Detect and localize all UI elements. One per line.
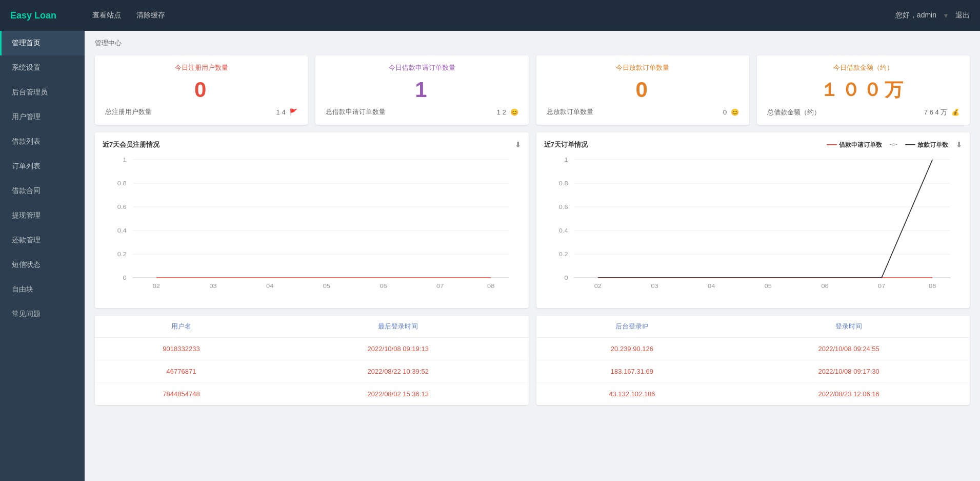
breadcrumb: 管理中心 bbox=[95, 39, 970, 48]
col-login-time: 登录时间 bbox=[728, 316, 970, 338]
sidebar-item-contracts[interactable]: 借款合同 bbox=[0, 179, 85, 203]
stats-row: 今日注册用户数量 0 总注册用户数量 1 4 🚩 今日借款申请订单数量 1 总借… bbox=[95, 55, 970, 125]
col-username: 用户名 bbox=[95, 316, 268, 338]
nav-right: 您好，admin ▾ 退出 bbox=[895, 11, 970, 20]
chart-right-download[interactable]: ⬇ bbox=[956, 141, 962, 149]
sidebar-item-loans[interactable]: 借款列表 bbox=[0, 129, 85, 154]
legend-loan-apply: 借款申请订单数 bbox=[827, 141, 882, 149]
svg-text:0.2: 0.2 bbox=[558, 251, 568, 258]
table-row: 9018332233 2022/10/08 09:19:13 bbox=[95, 338, 529, 360]
svg-text:0.8: 0.8 bbox=[558, 180, 568, 187]
card2-footer: 总借款申请订单数量 1 2 😊 bbox=[326, 107, 518, 117]
last-login-cell: 2022/08/22 10:39:52 bbox=[268, 360, 529, 383]
card2-title: 今日借款申请订单数量 bbox=[326, 63, 518, 72]
clear-cache-link[interactable]: 清除缓存 bbox=[136, 11, 165, 20]
table-row: 20.239.90.126 2022/10/08 09:24:55 bbox=[536, 338, 970, 360]
admin-info[interactable]: 您好，admin bbox=[895, 11, 936, 20]
col-last-login: 最后登录时间 bbox=[268, 316, 529, 338]
chart-orders: 近7天订单情况 借款申请订单数 -○- 放款订单数 ⬇ bbox=[536, 132, 970, 308]
table-row: 43.132.102.186 2022/08/23 12:06:16 bbox=[536, 383, 970, 406]
sidebar-item-freeblock[interactable]: 自由块 bbox=[0, 277, 85, 302]
login-time-cell: 2022/10/08 09:24:55 bbox=[728, 338, 970, 360]
username-cell: 46776871 bbox=[95, 360, 268, 383]
card4-number: １００万 bbox=[767, 78, 959, 103]
card2-footer-label: 总借款申请订单数量 bbox=[326, 107, 386, 117]
svg-text:04: 04 bbox=[708, 283, 715, 290]
main-content: 管理中心 今日注册用户数量 0 总注册用户数量 1 4 🚩 今日借款申请订单数量… bbox=[85, 31, 980, 481]
nav-links: 查看站点 清除缓存 bbox=[92, 11, 895, 20]
sidebar-item-admin[interactable]: 后台管理员 bbox=[0, 80, 85, 105]
chart-registrations: 近7天会员注册情况 ⬇ 1 0.8 0.6 0.4 0.2 bbox=[95, 132, 529, 308]
svg-text:02: 02 bbox=[153, 283, 161, 290]
svg-text:0.8: 0.8 bbox=[117, 180, 127, 187]
sidebar: 管理首页 系统设置 后台管理员 用户管理 借款列表 订单列表 借款合同 提现管理… bbox=[0, 31, 85, 481]
login-time-cell: 2022/10/08 09:17:30 bbox=[728, 360, 970, 383]
card4-title: 今日借款金额（约） bbox=[767, 63, 959, 72]
sidebar-item-faq[interactable]: 常见问题 bbox=[0, 302, 85, 326]
sidebar-item-settings[interactable]: 系统设置 bbox=[0, 55, 85, 80]
legend-loan-apply-label: 借款申请订单数 bbox=[839, 141, 882, 149]
stat-card-registered: 今日注册用户数量 0 总注册用户数量 1 4 🚩 bbox=[95, 55, 308, 125]
svg-text:08: 08 bbox=[487, 283, 495, 290]
sidebar-item-home[interactable]: 管理首页 bbox=[0, 31, 85, 55]
chart-left-download[interactable]: ⬇ bbox=[515, 141, 521, 149]
card1-number: 0 bbox=[105, 78, 297, 102]
card3-footer-value: 0 😊 bbox=[723, 108, 739, 116]
svg-text:03: 03 bbox=[209, 283, 217, 290]
table-row: 46776871 2022/08/22 10:39:52 bbox=[95, 360, 529, 383]
sidebar-item-sms[interactable]: 短信状态 bbox=[0, 253, 85, 277]
chart-left-title: 近7天会员注册情况 bbox=[103, 140, 159, 149]
col-login-ip: 后台登录IP bbox=[536, 316, 728, 338]
card3-number: 0 bbox=[547, 78, 739, 102]
svg-text:05: 05 bbox=[764, 283, 772, 290]
card3-title: 今日放款订单数量 bbox=[547, 63, 739, 72]
ip-cell: 20.239.90.126 bbox=[536, 338, 728, 360]
card4-footer: 总借款金额（约） 7 6 4 万 💰 bbox=[767, 108, 959, 117]
sidebar-item-users[interactable]: 用户管理 bbox=[0, 105, 85, 129]
table-row: 183.167.31.69 2022/10/08 09:17:30 bbox=[536, 360, 970, 383]
svg-text:0: 0 bbox=[564, 275, 568, 281]
svg-text:06: 06 bbox=[821, 283, 829, 290]
sidebar-item-orders[interactable]: 订单列表 bbox=[0, 154, 85, 179]
table-admin-login: 后台登录IP 登录时间 20.239.90.126 2022/10/08 09:… bbox=[536, 316, 970, 405]
last-login-cell: 2022/08/02 15:36:13 bbox=[268, 383, 529, 406]
svg-text:1: 1 bbox=[564, 157, 568, 163]
table-user-login: 用户名 最后登录时间 9018332233 2022/10/08 09:19:1… bbox=[95, 316, 529, 405]
svg-text:05: 05 bbox=[323, 283, 331, 290]
card1-title: 今日注册用户数量 bbox=[105, 63, 297, 72]
chart-left-svg: 1 0.8 0.6 0.4 0.2 0 02 03 04 05 06 07 08 bbox=[103, 155, 521, 298]
card3-footer-label: 总放款订单数量 bbox=[547, 107, 593, 117]
username-cell: 9018332233 bbox=[95, 338, 268, 360]
svg-text:08: 08 bbox=[929, 283, 936, 290]
svg-text:0: 0 bbox=[123, 275, 127, 281]
main-layout: 管理首页 系统设置 后台管理员 用户管理 借款列表 订单列表 借款合同 提现管理… bbox=[0, 31, 980, 481]
card2-footer-value: 1 2 😊 bbox=[497, 108, 518, 116]
card1-footer-value: 1 4 🚩 bbox=[276, 108, 298, 116]
card3-footer: 总放款订单数量 0 😊 bbox=[547, 107, 739, 117]
sidebar-item-withdrawal[interactable]: 提现管理 bbox=[0, 203, 85, 228]
svg-text:0.2: 0.2 bbox=[117, 251, 127, 258]
svg-text:07: 07 bbox=[878, 283, 886, 290]
charts-row: 近7天会员注册情况 ⬇ 1 0.8 0.6 0.4 0.2 bbox=[95, 132, 970, 308]
logout-button[interactable]: 退出 bbox=[955, 11, 970, 20]
svg-text:1: 1 bbox=[123, 157, 127, 163]
card4-footer-label: 总借款金额（约） bbox=[767, 108, 821, 117]
username-cell: 7844854748 bbox=[95, 383, 268, 406]
legend-disbursed-label: 放款订单数 bbox=[917, 141, 948, 149]
table-row: 7844854748 2022/08/02 15:36:13 bbox=[95, 383, 529, 406]
chart-legend: 借款申请订单数 -○- 放款订单数 ⬇ bbox=[827, 141, 962, 149]
card1-footer: 总注册用户数量 1 4 🚩 bbox=[105, 107, 297, 117]
view-site-link[interactable]: 查看站点 bbox=[92, 11, 121, 20]
chart-right-svg: 1 0.8 0.6 0.4 0.2 0 02 03 04 05 06 07 08 bbox=[544, 155, 963, 298]
ip-cell: 43.132.102.186 bbox=[536, 383, 728, 406]
svg-text:07: 07 bbox=[436, 283, 444, 290]
chart-left-header: 近7天会员注册情况 ⬇ bbox=[103, 140, 521, 149]
chart-right-title: 近7天订单情况 bbox=[544, 140, 588, 149]
stat-card-loan-apply: 今日借款申请订单数量 1 总借款申请订单数量 1 2 😊 bbox=[315, 55, 528, 125]
login-time-cell: 2022/08/23 12:06:16 bbox=[728, 383, 970, 406]
stat-card-loan-amount: 今日借款金额（约） １００万 总借款金额（约） 7 6 4 万 💰 bbox=[757, 55, 970, 125]
svg-text:0.4: 0.4 bbox=[558, 227, 568, 234]
svg-text:04: 04 bbox=[266, 283, 274, 290]
card1-footer-label: 总注册用户数量 bbox=[105, 107, 152, 117]
sidebar-item-repayment[interactable]: 还款管理 bbox=[0, 228, 85, 253]
